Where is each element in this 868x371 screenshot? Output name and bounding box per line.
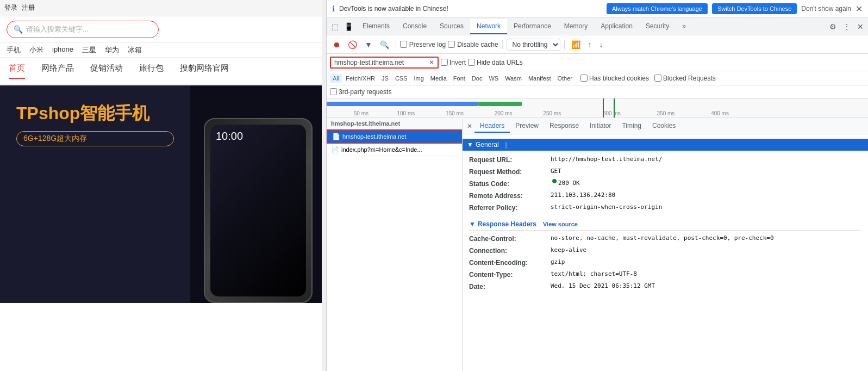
remote-address-key: Remote Address:	[469, 191, 551, 201]
type-filter-bar: All Fetch/XHR JS CSS Img Media Font Doc …	[327, 71, 868, 85]
cat-iphone[interactable]: iphone	[52, 45, 73, 55]
content-encoding-val: gzip	[551, 258, 565, 268]
tab-memory[interactable]: Memory	[558, 19, 594, 34]
wifi-icon[interactable]: 📶	[569, 39, 583, 51]
type-manifest[interactable]: Manifest	[526, 74, 554, 83]
tab-elements[interactable]: Elements	[356, 19, 396, 34]
tab-console[interactable]: Console	[396, 19, 433, 34]
type-other[interactable]: Other	[554, 74, 575, 83]
tab-more[interactable]: »	[676, 19, 692, 34]
filter-bar: ✕ Invert Hide data URLs	[327, 54, 868, 71]
banner-text: DevTools is now available in Chinese!	[339, 5, 602, 13]
type-img[interactable]: Img	[411, 74, 427, 83]
date-key: Date:	[469, 282, 551, 292]
timeline-250ms: 250 ms	[543, 110, 561, 116]
content-type-val: text/html; charset=UTF-8	[551, 270, 637, 280]
phone-image: 10:00	[204, 118, 313, 303]
phone-time: 10:00	[210, 125, 306, 148]
status-dot	[552, 179, 557, 183]
invert-checkbox[interactable]	[441, 59, 448, 66]
search-bar[interactable]: 🔍 请输入搜索关键字...	[7, 21, 159, 38]
detail-tab-response[interactable]: Response	[544, 120, 584, 133]
filter-input-wrap: ✕	[330, 57, 439, 69]
filter-input[interactable]	[334, 59, 429, 66]
type-font[interactable]: Font	[451, 74, 468, 83]
req-bar-1	[327, 102, 478, 106]
detail-tab-headers[interactable]: Headers	[474, 120, 510, 133]
nav-network[interactable]: 网络产品	[41, 63, 74, 79]
detail-tab-cookies[interactable]: Cookies	[647, 120, 681, 133]
nav-promo[interactable]: 促销活动	[90, 63, 123, 79]
type-ws[interactable]: WS	[486, 74, 501, 83]
cat-sanxing[interactable]: 三星	[82, 45, 96, 55]
status-code-val: 200 OK	[558, 179, 580, 189]
search-placeholder: 请输入搜索关键字...	[26, 24, 89, 34]
detail-close-button[interactable]: ✕	[465, 121, 474, 131]
type-fetch-xhr[interactable]: Fetch/XHR	[343, 74, 378, 83]
file-list: hmshop-test.itheima.net 📄 hmshop-test.it…	[327, 118, 463, 371]
login-link[interactable]: 登录	[4, 3, 17, 13]
tab-network[interactable]: Network	[470, 19, 507, 34]
switch-chinese-button[interactable]: Switch DevTools to Chinese	[712, 3, 797, 14]
type-wasm[interactable]: Wasm	[502, 74, 524, 83]
nav-home[interactable]: 首页	[9, 63, 25, 79]
record-button[interactable]: ⏺	[330, 39, 343, 51]
clear-button[interactable]: 🚫	[345, 39, 360, 51]
general-section-title[interactable]: ▼ General |	[463, 139, 868, 151]
detail-tab-initiator[interactable]: Initiator	[584, 120, 616, 133]
register-link[interactable]: 注册	[22, 3, 35, 13]
settings-icon[interactable]: ⚙	[827, 20, 839, 33]
view-source-link[interactable]: View source	[543, 221, 578, 227]
file-item-2[interactable]: 📄 index.php?m=Home&c=Inde...	[327, 144, 462, 156]
third-party-checkbox[interactable]	[330, 88, 337, 95]
cat-xiaomi[interactable]: 小米	[29, 45, 43, 55]
has-blocked-cookies-checkbox[interactable]	[580, 75, 588, 82]
response-headers-chevron: ▼	[469, 220, 476, 228]
download-icon[interactable]: ↓	[597, 39, 606, 51]
resize-handle[interactable]: |	[505, 141, 507, 149]
always-match-button[interactable]: Always match Chrome's language	[607, 3, 708, 14]
type-media[interactable]: Media	[428, 74, 449, 83]
timeline-bar: 50 ms 100 ms 150 ms 200 ms 250 ms 300 ms…	[327, 98, 868, 118]
file-item-1[interactable]: 📄 hmshop-test.itheima.net	[327, 129, 462, 144]
preserve-log-checkbox[interactable]	[400, 41, 407, 48]
scroll-indicator[interactable]	[322, 0, 326, 371]
search-button[interactable]: 🔍	[377, 39, 392, 51]
connection-key: Connection:	[469, 246, 551, 256]
tab-performance[interactable]: Performance	[507, 19, 558, 34]
nav-official[interactable]: 搜豹网络官网	[180, 63, 229, 79]
type-doc[interactable]: Doc	[469, 74, 485, 83]
type-css[interactable]: CSS	[392, 74, 410, 83]
dont-show-link[interactable]: Don't show again	[801, 5, 851, 13]
content-encoding-key: Content-Encoding:	[469, 258, 551, 268]
close-devtools-button[interactable]: ✕	[855, 20, 866, 33]
filter-button[interactable]: ▼	[362, 39, 375, 51]
type-all[interactable]: All	[330, 74, 342, 83]
tab-application[interactable]: Application	[594, 19, 639, 34]
type-js[interactable]: JS	[379, 74, 391, 83]
upload-icon[interactable]: ↑	[585, 39, 595, 51]
hide-data-urls-checkbox[interactable]	[468, 59, 475, 66]
hero-title: TPshop智能手机	[16, 102, 174, 126]
tab-security[interactable]: Security	[639, 19, 676, 34]
more-options-icon[interactable]: ⋮	[841, 20, 853, 33]
nav-travel[interactable]: 旅行包	[139, 63, 164, 79]
tab-sources[interactable]: Sources	[433, 19, 470, 34]
response-headers-title[interactable]: ▼ Response Headers View source	[469, 218, 861, 231]
device-toolbar-button[interactable]: 📱	[341, 21, 356, 33]
disable-cache-checkbox[interactable]	[448, 41, 455, 48]
cat-huawei[interactable]: 华为	[105, 45, 119, 55]
cat-shouji[interactable]: 手机	[7, 45, 21, 55]
inspect-element-button[interactable]: ⬚	[329, 21, 341, 33]
detail-tab-timing[interactable]: Timing	[616, 120, 647, 133]
info-banner: ℹ DevTools is now available in Chinese! …	[327, 0, 868, 18]
response-headers-section: ▼ Response Headers View source Cache-Con…	[469, 218, 861, 292]
throttle-select[interactable]: No throttling	[507, 39, 560, 51]
file-icon-1: 📄	[332, 133, 340, 140]
detail-tab-preview[interactable]: Preview	[510, 120, 544, 133]
cat-bingxiang[interactable]: 冰箱	[128, 45, 142, 55]
blocked-requests-checkbox[interactable]	[654, 75, 661, 82]
timeline-300ms: 300 ms	[603, 110, 621, 116]
filter-clear-button[interactable]: ✕	[429, 59, 434, 66]
banner-close-button[interactable]: ✕	[855, 4, 863, 14]
